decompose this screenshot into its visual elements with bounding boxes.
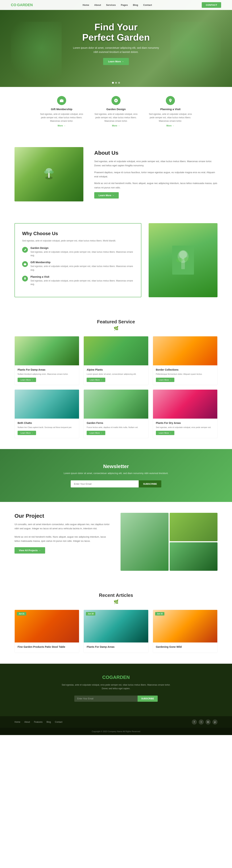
service-more-btn-3[interactable]: Learn More →	[18, 431, 36, 435]
footer-logo: COGARDEN	[14, 675, 218, 680]
service-card-2: Border Collections Pellentesque fermentu…	[153, 336, 218, 385]
nav-services[interactable]: Services	[106, 4, 116, 6]
footer-social-icons: f t in p	[192, 719, 218, 724]
recent-articles-section: Recent Articles 🌿 Jun 21 Fine Garden Pro…	[0, 582, 232, 664]
about-image	[14, 147, 83, 202]
feature-title-1: Gift Membership	[38, 107, 85, 111]
about-title: About Us	[94, 150, 218, 156]
why-circle-icon-1	[22, 247, 28, 253]
feature-link-3[interactable]: More →	[166, 124, 174, 127]
why-item-title-1: Garden Design	[30, 247, 134, 249]
footer-newsletter-form: SUBSCRIBE	[74, 695, 158, 702]
why-item-desc-3: Sed egestas, ante et vulputate volutpat,…	[30, 279, 134, 286]
why-item-title-2: Gift Membership	[30, 261, 134, 264]
nav-links: Home About Services Pages Blog Contact	[83, 4, 152, 6]
service-card-title-4: Garden Ferns	[87, 422, 145, 425]
feature-planning-visit: Planning a Visit Sed egestas, ante et vu…	[147, 96, 194, 127]
hero-cta-button[interactable]: Learn More →	[103, 58, 129, 65]
newsletter-title: Newsletter	[14, 464, 218, 469]
newsletter-submit-button[interactable]: SUBSCRIBE	[139, 480, 161, 488]
hero-dot-3[interactable]	[118, 82, 120, 84]
service-card-desc-1: Lorem ipsum dolor sit amet, consectetuer…	[87, 373, 145, 376]
why-circle-icon-3	[22, 276, 28, 281]
newsletter-email-input[interactable]	[71, 480, 139, 488]
nav-pages[interactable]: Pages	[121, 4, 128, 6]
project-img-3	[170, 542, 218, 571]
project-title: Our Project	[14, 513, 112, 519]
svg-point-3	[44, 170, 49, 174]
about-para-1: Sed egestas, ante et vulputate volutpat,…	[94, 159, 218, 168]
facebook-icon[interactable]: f	[192, 719, 197, 724]
feature-desc-2: Sed egestas, ante et vulputate volutpat,…	[92, 113, 140, 123]
hero-dot-2[interactable]	[115, 82, 117, 84]
service-card-title-2: Border Collections	[156, 368, 214, 371]
hero-content: Find Your Perfect Garden Lorem ipsum dol…	[72, 22, 160, 65]
why-choose-intro: Sed egestas, ante et vulputate volutpat,…	[22, 239, 134, 243]
hero-description: Lorem ipsum dolor sit amet, consectetuer…	[72, 46, 160, 54]
article-title-2: Gardening Gone Wild	[156, 645, 214, 648]
copyright: Copyright © 2023 Company Name All Rights…	[0, 728, 232, 735]
instagram-icon[interactable]: in	[206, 719, 211, 724]
why-image-placeholder	[149, 223, 218, 298]
service-card-title-5: Plants For Dry Areas	[156, 422, 214, 425]
why-item-text-3: Planning a Visit Sed egestas, ante et vu…	[30, 275, 134, 286]
article-img-1: Jun 18	[84, 610, 148, 643]
view-all-projects-button[interactable]: View All Projects →	[14, 547, 45, 554]
footer-link-blog[interactable]: Blog	[47, 721, 51, 723]
service-card-img-4	[84, 390, 148, 418]
pinterest-icon[interactable]: p	[212, 719, 218, 724]
why-choose-title: Why Choose Us	[22, 231, 134, 237]
project-para-1: Ut convallis, sem sit amet interdum cons…	[14, 522, 112, 531]
service-card-5: Plants For Dry Areas Sed egestas, ante e…	[153, 390, 218, 438]
footer-link-features[interactable]: Features	[34, 721, 42, 723]
why-item-desc-2: Sed egestas, ante et vulputate volutpat,…	[30, 265, 134, 272]
service-card-3: Beth Chatto Nullam leo Class aptent taci…	[14, 390, 79, 438]
service-more-btn-2[interactable]: Learn More →	[156, 378, 174, 382]
service-more-btn-5[interactable]: Learn More →	[156, 431, 174, 435]
service-card-desc-5: Sed egestas, ante et vulputate volutpat,…	[156, 426, 214, 429]
hero-carousel-dots	[112, 82, 120, 84]
footer-link-contact[interactable]: Contact	[55, 721, 62, 723]
twitter-icon[interactable]: t	[199, 719, 204, 724]
nav-home[interactable]: Home	[83, 4, 89, 6]
article-body-1: Plants For Damp Areas	[84, 643, 148, 653]
articles-leaf: 🌿	[14, 599, 218, 604]
service-card-title-1: Alpine Plants	[87, 368, 145, 371]
svg-point-10	[184, 257, 190, 261]
logo-text: CO	[11, 3, 16, 7]
service-card-desc-0: Nullam tincidunt adipiscing enim. Maecen…	[18, 373, 76, 376]
articles-grid: Jun 21 Fine Garden Products Patio Stool …	[14, 610, 218, 653]
about-learn-more-button[interactable]: Learn More →	[94, 192, 119, 198]
service-more-btn-1[interactable]: Learn More →	[87, 378, 105, 382]
footer-link-about[interactable]: About	[24, 721, 30, 723]
service-more-btn-4[interactable]: Learn More →	[87, 431, 105, 435]
service-card-body-5: Plants For Dry Areas Sed egestas, ante e…	[153, 418, 217, 438]
article-card-2: Jun 15 Gardening Gone Wild	[153, 610, 218, 653]
feature-garden-design: Garden Design Sed egestas, ante et vulpu…	[92, 96, 140, 127]
nav-about[interactable]: About	[94, 4, 101, 6]
nav-blog[interactable]: Blog	[133, 4, 138, 6]
feature-link-1[interactable]: More →	[58, 124, 66, 127]
features-grid: Gift Membership Sed egestas, ante et vul…	[14, 96, 218, 127]
service-card-body-0: Plants For Damp Areas Nullam tincidunt a…	[15, 365, 79, 385]
why-circle-icon-2	[22, 261, 28, 267]
nav-contact[interactable]: Contact	[143, 4, 152, 6]
footer-email-input[interactable]	[74, 695, 138, 702]
footer-link-home[interactable]: Home	[14, 721, 20, 723]
footer-nav: Home About Features Blog Contact f t in …	[0, 716, 232, 728]
featured-service-section: Featured Service 🌿 Plants For Damp Areas…	[0, 308, 232, 449]
feature-title-3: Planning a Visit	[147, 107, 194, 111]
why-item-3: Planning a Visit Sed egestas, ante et vu…	[22, 275, 134, 286]
hero-section: Find Your Perfect Garden Lorem ipsum dol…	[0, 0, 232, 87]
hero-dot-1[interactable]	[112, 82, 114, 84]
why-choose-section: Why Choose Us Sed egestas, ante et vulpu…	[0, 212, 232, 308]
footer-subscribe-button[interactable]: SUBSCRIBE	[138, 695, 158, 702]
feature-link-2[interactable]: More →	[112, 124, 120, 127]
site-logo[interactable]: COGARDEN	[11, 3, 33, 7]
feature-desc-3: Sed egestas, ante et vulputate volutpat,…	[147, 113, 194, 123]
footer-top: COGARDEN Sed egestas, ante et vulputate …	[0, 664, 232, 716]
service-more-btn-0[interactable]: Learn More →	[18, 378, 36, 382]
service-cards-grid: Plants For Damp Areas Nullam tincidunt a…	[14, 336, 218, 438]
nav-cta-button[interactable]: CONTACT	[202, 2, 221, 8]
service-card-4: Garden Ferns Fusce lectus ante, dapibus …	[84, 390, 148, 438]
